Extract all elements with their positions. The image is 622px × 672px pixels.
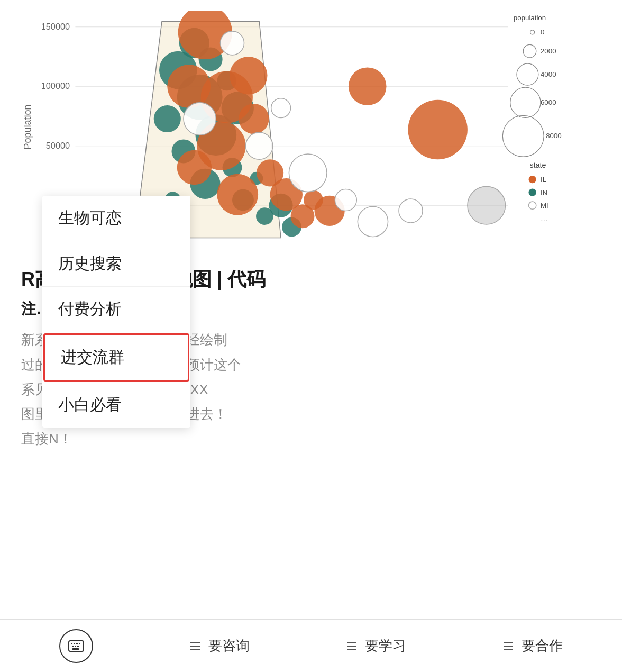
svg-text:state: state xyxy=(530,161,546,169)
svg-rect-74 xyxy=(75,646,76,647)
svg-point-28 xyxy=(230,57,268,95)
nav-label-consult: 要咨询 xyxy=(208,637,250,655)
svg-point-48 xyxy=(468,186,506,224)
nav-lines-icon xyxy=(190,642,200,650)
svg-rect-70 xyxy=(74,643,75,644)
svg-rect-76 xyxy=(72,648,79,650)
svg-point-42 xyxy=(246,132,273,159)
bottom-nav: 要咨询 要学习 要合作 xyxy=(0,619,622,672)
svg-text:50000: 50000 xyxy=(46,141,70,150)
svg-rect-73 xyxy=(72,646,74,647)
svg-point-47 xyxy=(399,199,423,223)
svg-point-61 xyxy=(528,176,536,183)
svg-point-40 xyxy=(221,31,244,55)
svg-rect-69 xyxy=(71,643,72,644)
svg-text:8000: 8000 xyxy=(546,132,562,140)
svg-point-14 xyxy=(154,105,181,132)
dropdown-item-1[interactable]: 历史搜索 xyxy=(42,241,190,287)
svg-text:2000: 2000 xyxy=(541,47,556,55)
nav-keyboard-btn[interactable] xyxy=(59,629,93,663)
keyboard-icon xyxy=(59,629,93,663)
svg-point-52 xyxy=(523,44,536,58)
nav-lines-icon-3 xyxy=(504,642,513,650)
svg-point-46 xyxy=(358,206,388,237)
svg-rect-75 xyxy=(77,646,79,647)
svg-point-32 xyxy=(217,174,258,215)
nav-label-learn: 要学习 xyxy=(365,637,406,655)
svg-text:0: 0 xyxy=(541,28,544,36)
nav-item-consult[interactable]: 要咨询 xyxy=(190,637,250,655)
svg-point-56 xyxy=(510,87,541,117)
nav-item-cooperate[interactable]: 要合作 xyxy=(504,637,563,655)
nav-item-learn[interactable]: 要学习 xyxy=(347,637,406,655)
svg-text:6000: 6000 xyxy=(541,98,556,106)
svg-rect-71 xyxy=(76,643,78,644)
svg-text:IN: IN xyxy=(541,189,547,197)
svg-point-58 xyxy=(502,115,544,157)
dropdown-item-3[interactable]: 进交流群 xyxy=(43,333,189,382)
dropdown-item-0[interactable]: 生物可恋 xyxy=(42,196,190,241)
svg-point-54 xyxy=(517,63,538,85)
svg-point-41 xyxy=(184,103,216,135)
nav-lines-icon-2 xyxy=(347,642,356,650)
svg-point-44 xyxy=(289,154,327,192)
svg-point-63 xyxy=(528,188,536,196)
dropdown-menu: 生物可恋 历史搜索 付费分析 进交流群 小白必看 xyxy=(42,196,190,428)
dropdown-item-2[interactable]: 付费分析 xyxy=(42,287,190,332)
svg-text:150000: 150000 xyxy=(42,22,70,31)
svg-point-45 xyxy=(335,189,356,211)
svg-text:IL: IL xyxy=(541,176,546,184)
svg-text:MI: MI xyxy=(541,202,548,210)
svg-point-65 xyxy=(528,202,536,209)
svg-point-43 xyxy=(271,98,291,118)
svg-point-50 xyxy=(530,30,535,34)
svg-point-29 xyxy=(239,104,269,134)
y-axis-label: Population xyxy=(22,104,33,149)
svg-point-31 xyxy=(177,150,212,185)
svg-text:4000: 4000 xyxy=(541,70,556,78)
svg-text:100000: 100000 xyxy=(42,81,70,90)
svg-rect-72 xyxy=(79,643,80,644)
svg-point-38 xyxy=(349,67,387,105)
nav-label-cooperate: 要合作 xyxy=(522,637,563,655)
svg-text:…: … xyxy=(541,214,547,222)
svg-point-39 xyxy=(408,100,468,160)
svg-text:population: population xyxy=(514,14,546,22)
dropdown-item-4[interactable]: 小白必看 xyxy=(42,383,190,428)
